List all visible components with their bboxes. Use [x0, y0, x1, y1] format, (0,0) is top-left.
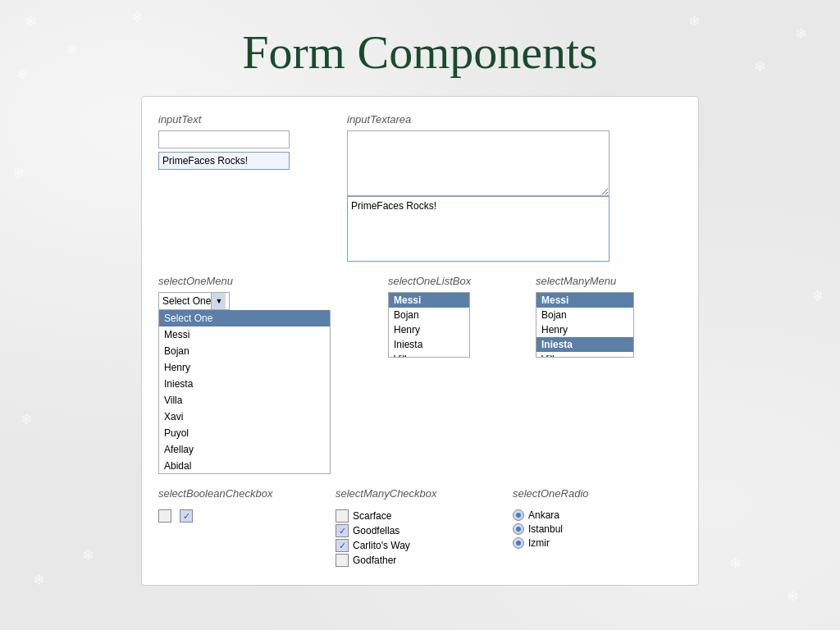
snowflake-decoration: ❄	[729, 555, 742, 573]
list-item[interactable]: Messi	[159, 326, 330, 343]
select-many-checkbox-section: selectManyCheckbox Scarface ✓ Goodfellas…	[336, 487, 504, 568]
checkbox-icon[interactable]	[336, 554, 349, 567]
list-item[interactable]: ✓ Goodfellas	[336, 524, 410, 537]
select-many-menu[interactable]: Messi Bojan Henry Iniesta Villa Xavi	[536, 292, 634, 358]
radio-icon[interactable]	[513, 523, 524, 535]
main-card: inputText PrimeFaces Rocks! inputTextare…	[141, 96, 699, 586]
list-item[interactable]: Abidal	[159, 458, 330, 474]
list-item[interactable]: Bojan	[159, 343, 330, 359]
snowflake-decoration: ❄	[33, 571, 45, 589]
list-item[interactable]: Villa	[536, 352, 633, 358]
list-item[interactable]: Xavi	[159, 409, 330, 425]
list-item[interactable]: Puyol	[159, 425, 330, 441]
list-item[interactable]: Iniesta	[159, 376, 330, 392]
input-textarea-label: inputTextarea	[347, 113, 682, 126]
snowflake-decoration: ❄	[811, 287, 824, 305]
radio-item[interactable]: Istanbul	[513, 523, 563, 535]
checkbox-icon[interactable]	[336, 509, 349, 523]
input-text-empty[interactable]	[158, 130, 290, 148]
select-one-listbox[interactable]: Messi Bojan Henry Iniesta Villa Xavi	[388, 292, 470, 358]
radio-icon[interactable]	[513, 537, 524, 549]
select-one-menu-label: selectOneMenu	[158, 275, 233, 287]
select-one-radio-section: selectOneRadio Ankara Istanbul Izmir	[513, 487, 682, 568]
list-item[interactable]: Scarface	[336, 509, 410, 523]
select-one-radio-label: selectOneRadio	[513, 487, 589, 500]
list-item[interactable]: Henry	[389, 322, 469, 337]
list-item[interactable]: Godfather	[336, 554, 410, 567]
list-item[interactable]: ✓ Carlito's Way	[336, 539, 410, 552]
list-item[interactable]: Afellay	[159, 441, 330, 458]
select-one-menu-list[interactable]: Select One Messi Bojan Henry Iniesta Vil…	[158, 310, 331, 474]
textarea-empty[interactable]	[347, 130, 609, 196]
list-item[interactable]: Villa	[159, 392, 330, 409]
radio-item[interactable]: Izmir	[513, 537, 563, 549]
list-item[interactable]: Iniesta	[389, 337, 469, 352]
select-many-checkbox-label: selectManyCheckbox	[336, 487, 437, 500]
list-item[interactable]: Bojan	[536, 308, 633, 322]
list-item[interactable]: Iniesta	[536, 337, 633, 352]
radio-icon[interactable]	[513, 509, 524, 521]
list-item[interactable]: Bojan	[389, 308, 469, 322]
list-item[interactable]: Henry	[159, 359, 330, 376]
list-item[interactable]: Henry	[536, 322, 633, 337]
select-one-menu-header[interactable]: Select One ▼	[158, 292, 230, 310]
snowflake-decoration: ❄	[82, 546, 94, 564]
textarea-filled[interactable]: PrimeFaces Rocks!	[347, 196, 609, 262]
checkbox-unchecked[interactable]	[158, 509, 171, 523]
snowflake-decoration: ❄	[21, 410, 33, 428]
checkbox-icon[interactable]: ✓	[336, 539, 349, 552]
select-boolean-checkbox-section: selectBooleanCheckbox ✓	[158, 487, 327, 568]
radio-item[interactable]: Ankara	[513, 509, 563, 521]
list-item[interactable]: Messi	[536, 293, 633, 308]
page-title: Form Components	[0, 0, 840, 96]
snowflake-decoration: ❄	[12, 164, 25, 182]
checkbox-checked[interactable]: ✓	[180, 509, 193, 523]
input-text-filled[interactable]: PrimeFaces Rocks!	[158, 152, 290, 170]
list-item[interactable]: Messi	[389, 293, 469, 308]
dropdown-arrow-icon[interactable]: ▼	[211, 293, 226, 309]
snowflake-decoration: ❄	[787, 587, 799, 605]
list-item[interactable]: Villa	[389, 352, 469, 358]
input-text-label: inputText	[158, 113, 322, 126]
checkbox-icon[interactable]: ✓	[336, 524, 349, 537]
select-boolean-checkbox-label: selectBooleanCheckbox	[158, 487, 272, 500]
select-one-listbox-label: selectOneListBox	[388, 275, 471, 287]
select-many-menu-label: selectManyMenu	[536, 275, 616, 287]
list-item[interactable]: Select One	[159, 310, 330, 326]
